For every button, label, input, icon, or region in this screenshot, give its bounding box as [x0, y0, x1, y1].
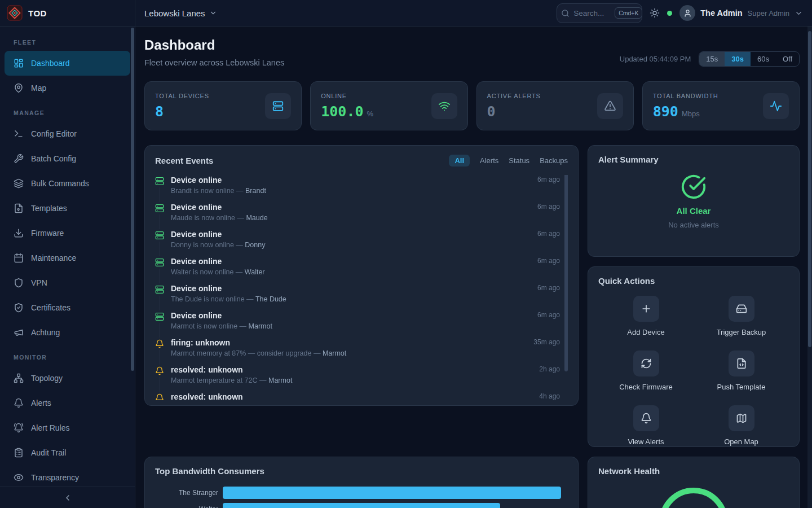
quick-action-label: Trigger Backup — [717, 328, 766, 336]
sidebar-collapse-button[interactable] — [0, 487, 135, 508]
server-icon — [155, 283, 164, 296]
layers-icon — [14, 178, 24, 189]
sidebar-item-alerts[interactable]: Alerts — [5, 391, 130, 415]
layout-dashboard-icon — [14, 58, 24, 68]
events-scrollbar[interactable] — [564, 175, 568, 371]
sidebar-item-maintenance[interactable]: Maintenance — [5, 246, 130, 270]
event-item: Device online6m agoThe Dude is now onlin… — [155, 283, 568, 304]
sidebar-item-certificates[interactable]: Certificates — [5, 295, 130, 320]
events-title: Recent Events — [155, 156, 213, 165]
stat-card-online: ONLINE 100.0 % — [310, 81, 467, 130]
event-time: 6m ago — [537, 311, 560, 319]
sidebar-item-bulk-commands[interactable]: Bulk Commands — [5, 171, 130, 196]
open-map-button[interactable]: Open Map — [694, 405, 789, 446]
sidebar-scrollbar[interactable] — [131, 28, 134, 371]
updated-timestamp: Updated 05:44:09 PM — [620, 55, 691, 63]
interval-15s-button[interactable]: 15s — [699, 52, 725, 66]
sidebar-item-label: Firmware — [31, 229, 64, 238]
refresh-interval-group: 15s 30s 60s Off — [699, 51, 800, 67]
check-firmware-button[interactable]: Check Firmware — [598, 351, 694, 391]
event-subtitle: Marmot temperature at 72C — Marmot — [171, 376, 568, 385]
top-bandwidth-panel: Top Bandwidth Consumers The Stranger Wal… — [144, 457, 579, 508]
connection-status-dot — [667, 11, 672, 16]
hard-drive-icon — [729, 296, 754, 322]
brand-name: TOD — [28, 8, 47, 18]
eye-icon — [14, 472, 24, 483]
event-time: 6m ago — [537, 230, 560, 238]
tab-all[interactable]: All — [449, 155, 470, 167]
bell-ring-icon — [14, 423, 24, 433]
interval-30s-button[interactable]: 30s — [725, 52, 751, 66]
search-input[interactable] — [573, 9, 611, 17]
sidebar-item-map[interactable]: Map — [5, 76, 130, 100]
main-scrollbar-track[interactable] — [807, 27, 812, 508]
event-subtitle: Marmot is now online — Marmot — [171, 322, 568, 331]
chevron-down-icon — [795, 9, 803, 17]
event-item: resolved: unknown2h agoMarmot temperatur… — [155, 365, 568, 385]
sidebar-item-config-editor[interactable]: Config Editor — [5, 121, 130, 146]
user-role: Super Admin — [748, 9, 789, 17]
push-template-button[interactable]: Push Template — [694, 351, 789, 391]
search-box[interactable]: Cmd+K — [557, 3, 642, 23]
interval-60s-button[interactable]: 60s — [751, 52, 776, 66]
add-device-button[interactable]: Add Device — [598, 296, 694, 336]
server-icon — [265, 93, 291, 119]
sidebar-item-achtung[interactable]: Achtung — [5, 320, 130, 345]
stat-label: TOTAL DEVICES — [155, 93, 209, 99]
search-icon — [561, 9, 570, 17]
stat-value: 100.0 — [321, 103, 363, 120]
event-item: resolved: unknown4h ago — [155, 392, 568, 401]
sidebar-item-batch-config[interactable]: Batch Config — [5, 146, 130, 171]
stat-value: 890 — [653, 103, 678, 120]
tab-status[interactable]: Status — [509, 156, 529, 165]
sidebar-item-audit-trail[interactable]: Audit Trail — [5, 440, 130, 465]
trigger-backup-button[interactable]: Trigger Backup — [694, 296, 789, 336]
sidebar-item-topology[interactable]: Topology — [5, 366, 130, 391]
sidebar-item-alert-rules[interactable]: Alert Rules — [5, 415, 130, 440]
main-scrollbar-thumb[interactable] — [808, 31, 811, 347]
tab-backups[interactable]: Backups — [540, 156, 568, 165]
shield-icon — [14, 278, 24, 288]
sidebar-item-dashboard[interactable]: Dashboard — [5, 51, 130, 76]
sidebar-item-vpn[interactable]: VPN — [5, 270, 130, 295]
alert-summary-title: Alert Summary — [598, 155, 659, 164]
event-item: Device online6m agoWalter is now online … — [155, 256, 568, 277]
stat-unit: Mbps — [682, 110, 700, 118]
quick-actions-title: Quick Actions — [598, 276, 655, 286]
org-switcher[interactable]: Lebowski Lanes — [144, 8, 217, 18]
activity-icon — [763, 93, 789, 119]
alert-triangle-icon — [597, 93, 623, 119]
bandwidth-row: The Stranger — [155, 487, 568, 499]
sidebar-item-label: VPN — [31, 278, 47, 287]
sidebar-item-templates[interactable]: Templates — [5, 196, 130, 221]
event-time: 35m ago — [533, 338, 560, 346]
search-shortcut: Cmd+K — [615, 7, 642, 19]
check-circle-icon — [681, 174, 707, 200]
event-subtitle: Donny is now online — Donny — [171, 240, 568, 249]
server-icon — [155, 175, 164, 187]
stat-card-total-bandwidth: TOTAL BANDWIDTH 890 Mbps — [642, 81, 800, 130]
bell-icon — [633, 405, 659, 431]
sidebar-item-label: Certificates — [31, 303, 70, 312]
map-icon — [729, 405, 754, 431]
tab-alerts[interactable]: Alerts — [480, 156, 498, 165]
bandwidth-bar — [223, 487, 561, 499]
interval-off-button[interactable]: Off — [776, 52, 799, 66]
user-menu[interactable]: The Admin Super Admin — [679, 5, 803, 21]
user-name: The Admin — [700, 8, 742, 17]
event-title: Device online — [171, 229, 568, 239]
network-health-panel: Network Health 100 — [588, 457, 800, 508]
avatar — [679, 5, 695, 21]
event-title: firing: unknown — [171, 338, 568, 348]
sidebar-item-label: Audit Trail — [31, 448, 66, 457]
quick-action-label: Open Map — [724, 437, 758, 446]
section-label-fleet: FLEET — [14, 39, 121, 46]
event-item: Device online6m agoDonny is now online —… — [155, 229, 568, 249]
server-icon — [155, 229, 164, 242]
page-subtitle: Fleet overview across Lebowski Lanes — [144, 58, 284, 67]
theme-toggle-sun-icon[interactable] — [650, 8, 660, 18]
stat-label: ACTIVE ALERTS — [487, 93, 541, 99]
bandwidth-bar-label: The Stranger — [155, 489, 218, 497]
sidebar-item-firmware[interactable]: Firmware — [5, 221, 130, 246]
view-alerts-button[interactable]: View Alerts — [598, 405, 694, 446]
